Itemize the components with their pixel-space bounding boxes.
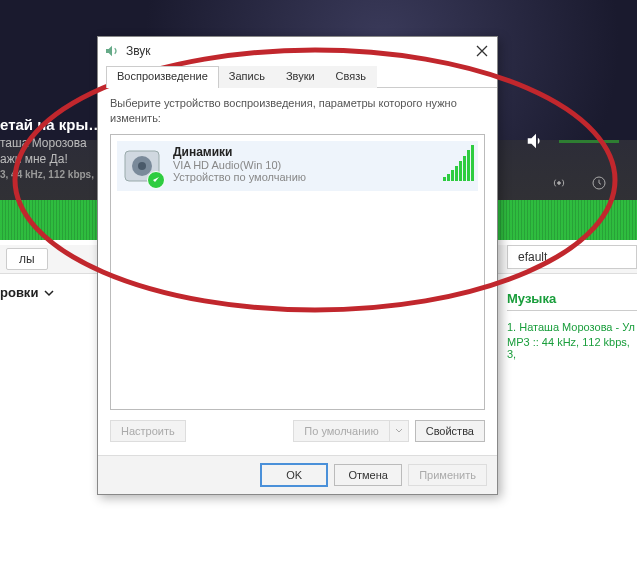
preset-button[interactable]: efault <box>507 245 637 269</box>
close-icon[interactable] <box>473 42 491 60</box>
svg-point-0 <box>558 182 561 185</box>
chevron-down-icon <box>44 288 54 298</box>
dialog-title: Звук <box>126 44 151 58</box>
device-status: Устройство по умолчанию <box>173 171 433 183</box>
cancel-button[interactable]: Отмена <box>334 464 402 486</box>
tab-communications[interactable]: Связь <box>325 66 377 88</box>
device-driver: VIA HD Audio(Win 10) <box>173 159 433 171</box>
device-item[interactable]: Динамики VIA HD Audio(Win 10) Устройство… <box>117 141 478 191</box>
volume-icon[interactable] <box>525 130 547 152</box>
playlist-heading: Музыка <box>507 287 637 311</box>
device-name: Динамики <box>173 145 433 159</box>
sound-dialog: Звук Воспроизведение Запись Звуки Связь … <box>97 36 498 495</box>
playlist-item[interactable]: 1. Наташа Морозова - Ул <box>507 319 637 336</box>
device-list[interactable]: Динамики VIA HD Audio(Win 10) Устройство… <box>110 134 485 410</box>
tab-sounds[interactable]: Звуки <box>275 66 326 88</box>
volume-area <box>525 130 619 152</box>
sound-icon <box>104 43 120 59</box>
playlist-item-meta: MP3 :: 44 kHz, 112 kbps, 3, <box>507 336 637 360</box>
playlist-panel: efault Музыка 1. Наташа Морозова - Ул MP… <box>507 245 637 360</box>
set-default-button: По умолчанию <box>293 420 388 442</box>
instruction-text: Выберите устройство воспроизведения, пар… <box>110 96 485 126</box>
properties-button[interactable]: Свойства <box>415 420 485 442</box>
ok-button[interactable]: OK <box>260 463 328 487</box>
clock-icon[interactable] <box>591 175 607 191</box>
level-meter <box>443 145 474 181</box>
tab-strip: Воспроизведение Запись Звуки Связь <box>98 65 497 88</box>
apply-button: Применить <box>408 464 487 486</box>
speaker-device-icon <box>121 145 163 187</box>
volume-slider[interactable] <box>559 140 619 143</box>
broadcast-icon[interactable] <box>551 175 567 191</box>
check-icon <box>147 171 165 189</box>
tab-recording[interactable]: Запись <box>218 66 276 88</box>
set-default-dropdown <box>389 420 409 442</box>
section-header[interactable]: ровки <box>0 285 54 300</box>
dialog-footer: OK Отмена Применить <box>98 455 497 494</box>
svg-point-4 <box>138 162 146 170</box>
toolbar-tab[interactable]: лы <box>6 248 48 270</box>
titlebar[interactable]: Звук <box>98 37 497 65</box>
tab-playback[interactable]: Воспроизведение <box>106 66 219 88</box>
configure-button: Настроить <box>110 420 186 442</box>
